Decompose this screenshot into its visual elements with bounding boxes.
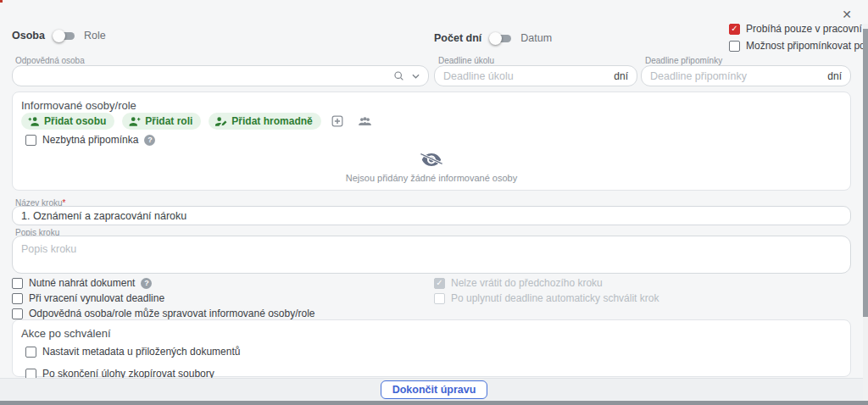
after-deadline-checkbox[interactable]: Možnost připomínkovat po deadline (729, 40, 868, 52)
step-name-field[interactable] (12, 206, 851, 225)
checkbox-unchecked[interactable] (729, 41, 740, 52)
switch-knob (53, 30, 65, 42)
upload-document-checkbox[interactable]: Nutné nahrát dokument ? (12, 277, 152, 289)
deadline-task-field[interactable]: dní (434, 65, 637, 86)
scrollbar-thumb[interactable] (863, 29, 868, 317)
deadline-task-input[interactable] (443, 70, 609, 82)
days-suffix: dní (614, 70, 628, 82)
days-date-toggle[interactable]: Počet dní Datum (434, 31, 552, 46)
checkbox-label: Při vracení vynulovat deadline (29, 292, 164, 304)
checkbox-label: Probíhá pouze v pracovní dny (746, 23, 868, 35)
scrollbar[interactable] (863, 24, 868, 400)
days-suffix: dní (827, 70, 842, 82)
checkbox-unchecked[interactable] (12, 278, 23, 289)
checkbox-checked-disabled: ✓ (434, 278, 445, 289)
step-name-input[interactable] (21, 210, 842, 222)
toggle-right-label: Datum (520, 32, 552, 44)
add-person-button[interactable]: Přidat osobu (21, 113, 114, 130)
toggle-left-label: Počet dní (434, 32, 481, 44)
role-add-icon (129, 116, 141, 126)
informed-section-title: Informované osoby/role (21, 99, 136, 112)
chevron-down-icon[interactable] (412, 74, 420, 79)
button-label: Přidat roli (145, 115, 192, 127)
add-role-button[interactable]: Přidat roli (122, 113, 201, 130)
step-description-textarea[interactable] (12, 236, 851, 274)
button-label: Přidat hromadně (231, 115, 312, 127)
approval-actions-title: Akce po schválení (21, 327, 111, 340)
checkbox-label: Nelze vrátit do předchozího kroku (451, 277, 603, 289)
checkbox-unchecked[interactable] (12, 308, 23, 319)
informed-empty-state: Nejsou přidány žádné informované osoby (13, 149, 850, 183)
group-icon[interactable] (358, 116, 372, 126)
checkbox-label: Možnost připomínkovat po deadline (746, 40, 868, 52)
add-bulk-button[interactable]: Přidat hromadně (209, 113, 320, 130)
required-reminder-checkbox[interactable]: Nezbytná připomínka ? (25, 134, 155, 146)
checkbox-label: Odpovědná osoba/role může spravovat info… (29, 308, 315, 319)
informed-empty-text: Nejsou přidány žádné informované osoby (13, 173, 850, 183)
add-box-icon[interactable] (331, 115, 343, 127)
checkbox-label: Nezbytná připomínka (42, 134, 138, 146)
eye-slash-icon (420, 149, 443, 168)
modal-footer: Dokončit úpravu (0, 378, 868, 401)
person-add-icon (28, 116, 40, 126)
days-date-switch[interactable] (489, 32, 513, 45)
step-edit-modal: ✕ Osoba Role Počet dní Datum ✓ Probíhá p… (0, 0, 868, 405)
close-icon[interactable]: ✕ (839, 7, 854, 22)
informed-persons-card: Informované osoby/role Přidat osobu Přid… (12, 92, 851, 191)
person-role-switch[interactable] (53, 30, 76, 42)
finish-edit-button[interactable]: Dokončit úpravu (381, 380, 488, 399)
checkbox-unchecked[interactable] (25, 135, 36, 146)
approval-actions-card: Akce po schválení Nastavit metadata u př… (12, 319, 851, 377)
deadline-reminder-input[interactable] (650, 70, 822, 82)
checkbox-label: Po uplynutí deadline automaticky schváli… (451, 292, 659, 304)
checkbox-unchecked[interactable] (25, 347, 36, 358)
checkbox-label: Nutné nahrát dokument (29, 277, 135, 289)
checkbox-label: Nastavit metadata u přiložených dokument… (42, 346, 240, 358)
responsible-person-label: Odpovědná osoba (15, 56, 85, 65)
deadline-task-label: Deadline úkolu (438, 56, 494, 65)
toggle-right-label: Role (84, 30, 106, 42)
workdays-checkbox[interactable]: ✓ Probíhá pouze v pracovní dny ? (729, 23, 868, 35)
help-icon[interactable]: ? (144, 135, 155, 146)
reset-deadline-checkbox[interactable]: Při vracení vynulovat deadline (12, 292, 164, 304)
button-label: Přidat osobu (44, 115, 106, 127)
responsible-person-input[interactable] (21, 70, 388, 82)
deadline-reminder-field[interactable]: dní (641, 65, 851, 86)
top-right-options: ✓ Probíhá pouze v pracovní dny ? Možnost… (729, 23, 868, 52)
checkbox-unchecked[interactable] (12, 293, 23, 304)
auto-approve-checkbox: Po uplynutí deadline automaticky schváli… (434, 292, 659, 304)
toggle-left-label: Osoba (12, 30, 45, 42)
search-icon[interactable] (393, 70, 404, 81)
checkbox-unchecked-disabled (434, 293, 445, 304)
informed-actions-row: Přidat osobu Přidat roli Přidat hromadně (21, 113, 372, 130)
manage-informed-checkbox[interactable]: Odpovědná osoba/role může spravovat info… (12, 308, 315, 319)
person-edit-icon (215, 116, 227, 126)
background-page-edge (0, 401, 868, 405)
no-return-checkbox: ✓ Nelze vrátit do předchozího kroku (434, 277, 603, 289)
checkbox-checked[interactable]: ✓ (729, 24, 740, 35)
deadline-reminder-label: Deadline připomínky (645, 56, 722, 65)
switch-knob (489, 32, 502, 45)
responsible-person-combobox[interactable] (12, 65, 429, 86)
page-corner-artifact (0, 0, 3, 3)
set-metadata-checkbox[interactable]: Nastavit metadata u přiložených dokument… (25, 346, 240, 358)
help-icon[interactable]: ? (141, 278, 152, 289)
person-role-toggle[interactable]: Osoba Role (12, 28, 106, 43)
